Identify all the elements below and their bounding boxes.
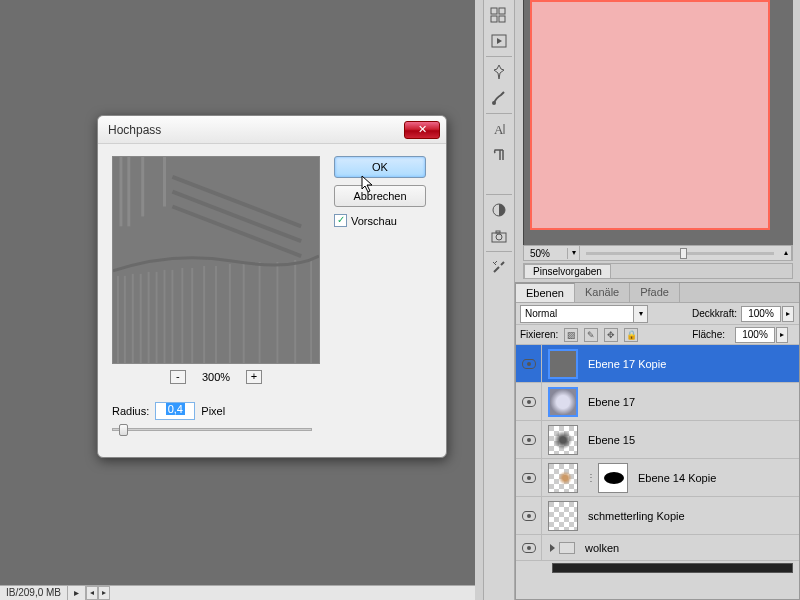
brush-presets-tab[interactable]: Pinselvorgaben	[524, 264, 611, 278]
fill-input[interactable]: 100%▸	[735, 327, 775, 343]
nav-zoom-slider[interactable]	[586, 252, 774, 255]
close-button[interactable]: ✕	[404, 121, 440, 139]
lock-position-icon[interactable]: ✥	[604, 328, 618, 342]
layer-name[interactable]: schmetterling Kopie	[584, 510, 685, 522]
zoom-in-button[interactable]: +	[246, 370, 262, 384]
lock-transparency-icon[interactable]: ▨	[564, 328, 578, 342]
visibility-icon[interactable]	[522, 473, 536, 483]
opacity-flyout-icon[interactable]: ▸	[782, 306, 794, 322]
visibility-icon[interactable]	[522, 543, 536, 553]
layer-row-partial[interactable]	[552, 563, 793, 573]
status-bar: IB/209,0 MB ▸ ◂▸	[0, 585, 475, 600]
radius-input[interactable]: 0,4	[155, 402, 195, 420]
fill-flyout-icon[interactable]: ▸	[776, 327, 788, 343]
highpass-dialog: Hochpass ✕	[97, 115, 447, 458]
layer-name[interactable]: Ebene 17	[584, 396, 635, 408]
blend-mode-select[interactable]: Normal▾	[520, 305, 648, 323]
vertical-toolstrip: A	[483, 0, 515, 600]
layer-name[interactable]: Ebene 15	[584, 434, 635, 446]
svg-rect-27	[499, 8, 505, 14]
memory-status: IB/209,0 MB	[0, 586, 68, 600]
layers-panel: Ebenen Kanäle Pfade Normal▾ Deckkraft: 1…	[515, 282, 800, 600]
folder-icon	[559, 542, 575, 554]
zoom-value: 300%	[202, 371, 230, 383]
layer-list: Ebene 17 Kopie Ebene 17 Ebene 15 ⋮ Ebene…	[516, 345, 799, 579]
visibility-icon[interactable]	[522, 435, 536, 445]
expand-icon[interactable]	[550, 544, 555, 552]
nav-zoom-in[interactable]: ▴	[780, 246, 792, 260]
svg-text:A: A	[494, 122, 504, 136]
mask-thumbnail[interactable]	[598, 463, 628, 493]
navigator-zoom-bar: 50% ▾ ▴	[523, 245, 793, 261]
filter-preview[interactable]	[112, 156, 320, 364]
radius-label: Radius:	[112, 405, 149, 417]
svg-point-31	[492, 101, 496, 105]
h-scroll-arrows[interactable]: ◂▸	[86, 586, 110, 600]
svg-rect-29	[499, 16, 505, 22]
lock-label: Fixieren:	[520, 329, 558, 340]
opacity-label: Deckkraft:	[692, 308, 737, 319]
layer-row[interactable]: ⋮ Ebene 14 Kopie	[516, 459, 799, 497]
lock-paint-icon[interactable]: ✎	[584, 328, 598, 342]
layer-row[interactable]: schmetterling Kopie	[516, 497, 799, 535]
layer-row[interactable]: Ebene 17	[516, 383, 799, 421]
cancel-button[interactable]: Abbrechen	[334, 185, 426, 207]
opacity-input[interactable]: 100%▸	[741, 306, 781, 322]
svg-point-37	[496, 234, 502, 240]
ok-button[interactable]: OK	[334, 156, 426, 178]
character-icon[interactable]: A	[486, 118, 512, 140]
navigator-panel	[523, 0, 793, 245]
play-icon[interactable]	[486, 30, 512, 52]
layer-thumbnail[interactable]	[548, 349, 578, 379]
navigator-zoom-value[interactable]: 50%	[524, 248, 568, 259]
preview-checkbox[interactable]: ✓	[334, 214, 347, 227]
paragraph-icon[interactable]	[486, 144, 512, 166]
arrange-icon[interactable]	[486, 4, 512, 26]
lock-all-icon[interactable]: 🔒	[624, 328, 638, 342]
tab-kanaele[interactable]: Kanäle	[575, 283, 630, 302]
camera-icon[interactable]	[486, 225, 512, 247]
layer-row[interactable]: Ebene 17 Kopie	[516, 345, 799, 383]
layer-group-row[interactable]: wolken	[516, 535, 799, 561]
layer-row[interactable]: Ebene 15	[516, 421, 799, 459]
layer-name[interactable]: Ebene 17 Kopie	[584, 358, 666, 370]
tools-icon[interactable]	[486, 256, 512, 278]
adjustments-icon[interactable]	[486, 199, 512, 221]
fill-label: Fläche:	[692, 329, 725, 340]
visibility-icon[interactable]	[522, 511, 536, 521]
zoom-out-button[interactable]: -	[170, 370, 186, 384]
layer-name[interactable]: wolken	[581, 542, 619, 554]
layer-thumbnail[interactable]	[548, 501, 578, 531]
tab-pfade[interactable]: Pfade	[630, 283, 680, 302]
zoom-popup-icon[interactable]: ▸	[68, 586, 86, 600]
slider-thumb[interactable]	[119, 424, 128, 436]
navigator-view[interactable]	[530, 0, 770, 230]
link-icon: ⋮	[584, 472, 598, 483]
layer-thumbnail[interactable]	[548, 387, 578, 417]
dialog-titlebar[interactable]: Hochpass ✕	[98, 116, 446, 144]
visibility-icon[interactable]	[522, 397, 536, 407]
brush-presets-panel: Pinselvorgaben	[523, 263, 793, 279]
visibility-icon[interactable]	[522, 359, 536, 369]
chevron-down-icon: ▾	[633, 306, 647, 322]
layer-thumbnail[interactable]	[548, 425, 578, 455]
radius-slider[interactable]	[112, 428, 312, 431]
tab-ebenen[interactable]: Ebenen	[516, 283, 575, 302]
nav-zoom-out[interactable]: ▾	[568, 246, 580, 260]
layer-name[interactable]: Ebene 14 Kopie	[634, 472, 716, 484]
pin-icon[interactable]	[486, 61, 512, 83]
layer-thumbnail[interactable]	[548, 463, 578, 493]
dialog-title: Hochpass	[108, 123, 404, 137]
brush-preset-icon[interactable]	[486, 87, 512, 109]
svg-rect-26	[491, 8, 497, 14]
svg-rect-36	[496, 231, 500, 233]
preview-checkbox-label: Vorschau	[351, 215, 397, 227]
svg-rect-28	[491, 16, 497, 22]
radius-unit: Pixel	[201, 405, 225, 417]
